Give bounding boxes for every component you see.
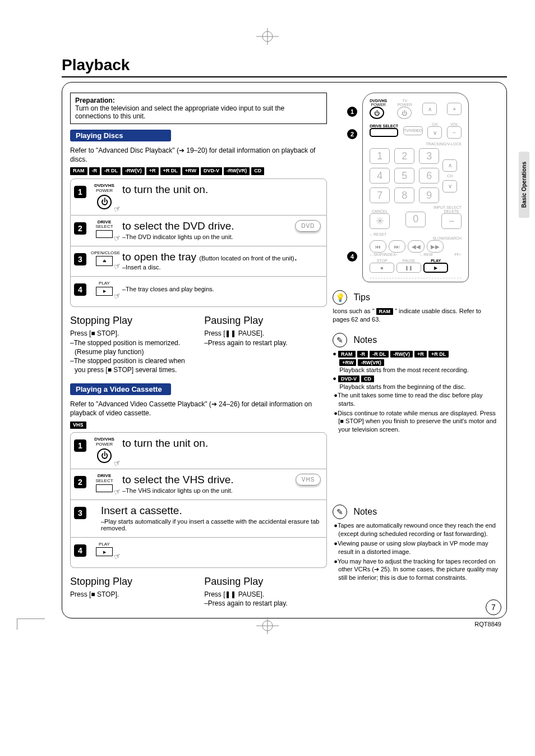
drive-select-icon: DRIVE SELECT ☞ bbox=[91, 474, 118, 492]
preparation-heading: Preparation: bbox=[75, 97, 115, 104]
remote-stop-button: ■ bbox=[370, 263, 394, 273]
step-note-text: –Play starts automatically if you insert… bbox=[101, 518, 321, 532]
remote-play-button: ▶ bbox=[423, 263, 448, 273]
remote-vol-down-button: − bbox=[447, 126, 462, 139]
discs-intro: Refer to "Advanced Disc Playback" (➔ 19–… bbox=[70, 146, 327, 164]
drive-select-button-icon bbox=[96, 230, 113, 238]
page-number: 7 bbox=[486, 599, 501, 615]
play-glyph-icon: ▶ bbox=[96, 287, 113, 296]
chip-vhs: VHS bbox=[70, 421, 86, 429]
remote-rew: ◀◀ bbox=[408, 240, 425, 253]
play-button-icon: PLAY ▶ ☞ bbox=[91, 281, 118, 296]
remote-delete-button: − bbox=[441, 213, 462, 229]
remote-power-button: ⏻ bbox=[370, 107, 384, 119]
remote-ff: ▶▶ bbox=[427, 240, 444, 253]
step-action-text: to turn the unit on. bbox=[122, 437, 321, 450]
step-note-text: –The VHS indicator lights up on the unit… bbox=[122, 487, 291, 494]
power-glyph-icon: ⏻ bbox=[97, 195, 112, 209]
drive-select-button-icon bbox=[96, 484, 113, 492]
remote-skip-fwd: ⏭ bbox=[389, 240, 405, 253]
remote-skip-back: ⏮ bbox=[370, 240, 386, 253]
step-number-icon: 4 bbox=[74, 544, 86, 557]
chip-dvd-v: DVD-V bbox=[201, 167, 222, 175]
eject-button-icon: ⏏ bbox=[96, 256, 113, 266]
disc-step-1: 1 DVD/VHS POWER ⏻ ☞ to turn the unit on. bbox=[70, 178, 327, 216]
dvd-indicator-pill: DVD bbox=[295, 220, 321, 232]
lightbulb-icon: 💡 bbox=[333, 290, 347, 305]
preparation-text: Turn on the television and select the ap… bbox=[75, 104, 322, 120]
remote-num-2: 2 bbox=[394, 148, 414, 164]
finger-press-icon: ☞ bbox=[113, 204, 122, 215]
finger-press-icon: ☞ bbox=[113, 551, 122, 562]
content-frame: Preparation: Turn on the television and … bbox=[62, 82, 507, 618]
play-glyph-icon: ▶ bbox=[96, 547, 113, 556]
step-note-text: –The DVD indicator lights up on the unit… bbox=[122, 233, 290, 240]
chip-+rw: +RW bbox=[182, 167, 199, 175]
vhs-step-4: 4 PLAY ▶ ☞ bbox=[70, 538, 327, 568]
step-number-icon: 1 bbox=[74, 439, 86, 452]
remote-track-down: ∨ bbox=[442, 180, 457, 193]
remote-num-9: 9 bbox=[419, 187, 439, 203]
step-number-icon: 4 bbox=[74, 283, 86, 296]
vhs-pausing-play: Pausing Play Press [❚❚ PAUSE]. –Press ag… bbox=[204, 576, 327, 608]
remote-ch-down-button: ∨ bbox=[427, 126, 442, 139]
crop-mark-icon bbox=[17, 618, 45, 630]
chip-ram-example: RAM bbox=[376, 308, 394, 315]
step-action-text: to open the tray (Button located on fron… bbox=[122, 251, 321, 263]
remote-callout-2: 2 bbox=[347, 129, 357, 139]
drive-select-icon: DRIVE SELECT ☞ bbox=[91, 220, 118, 239]
chip-+r-dl: +R DL bbox=[160, 167, 181, 175]
remote-num-0: 0 bbox=[405, 212, 426, 227]
notes-section-2: ✎ Notes ●Tapes are automatically rewound… bbox=[333, 505, 499, 582]
step-action-text: Insert a cassette. bbox=[101, 505, 321, 517]
finger-press-icon: ☞ bbox=[113, 261, 122, 272]
remote-num-4: 4 bbox=[370, 168, 390, 184]
step-note-text: –Insert a disc. bbox=[122, 264, 321, 271]
remote-tv-video-button: TV/VIDEO bbox=[403, 126, 423, 135]
chip--r: -R bbox=[89, 167, 100, 175]
chip-cd: CD bbox=[251, 167, 264, 175]
side-tab-basic-operations: Basic Operations bbox=[519, 152, 529, 218]
vhs-indicator-pill: VHS bbox=[296, 474, 321, 485]
disc-format-chips: RAM -R -R DL -RW(V) +R +R DL +RW DVD-V -… bbox=[70, 167, 327, 175]
remote-ch-up-button: ∧ bbox=[422, 103, 437, 115]
vhs-step-1: 1 DVD/VHS POWER ⏻ ☞ to turn the unit on. bbox=[70, 432, 327, 469]
remote-vol-up-button: + bbox=[447, 103, 462, 115]
pencil-icon: ✎ bbox=[333, 333, 347, 347]
step-number-icon: 3 bbox=[74, 253, 86, 265]
remote-pause-button: ❚❚ bbox=[396, 263, 421, 273]
page-title: Playback bbox=[62, 56, 507, 77]
remote-tv-power-button: ⏻ bbox=[397, 107, 412, 119]
remote-callout-4: 4 bbox=[347, 251, 357, 262]
finger-press-icon: ☞ bbox=[113, 233, 122, 244]
vhs-step-2: 2 DRIVE SELECT ☞ to select the VHS drive… bbox=[70, 469, 327, 500]
finger-press-icon: ☞ bbox=[113, 291, 122, 301]
open-close-icon: OPEN/CLOSE ⏏ ☞ bbox=[91, 251, 118, 267]
disc-step-4: 4 PLAY ▶ ☞ –The tray closes and play beg… bbox=[70, 277, 327, 307]
registration-mark-bottom bbox=[256, 617, 279, 636]
chip-+r: +R bbox=[146, 167, 159, 175]
finger-press-icon: ☞ bbox=[113, 487, 122, 497]
remote-num-1: 1 bbox=[370, 148, 390, 164]
finger-press-icon: ☞ bbox=[113, 458, 122, 469]
section-playing-discs: Playing Discs bbox=[70, 130, 171, 141]
chip--rw-vr: -RW(VR) bbox=[224, 167, 250, 175]
vhs-stopping-play: Stopping Play Press [■ STOP]. bbox=[70, 576, 193, 608]
vhs-intro: Refer to "Advanced Video Cassette Playba… bbox=[70, 400, 327, 418]
footer-code: RQT8849 bbox=[474, 621, 501, 627]
play-button-icon: PLAY ▶ ☞ bbox=[91, 542, 118, 557]
pencil-icon: ✎ bbox=[333, 505, 347, 519]
remote-cancel-button: ✳ bbox=[370, 213, 390, 229]
notes-section-1: ✎ Notes ● RAM -R -R DL -RW(V) +R +R DL +… bbox=[333, 333, 499, 434]
step-action-text: to select the DVD drive. bbox=[122, 220, 290, 232]
remote-num-8: 8 bbox=[394, 187, 414, 203]
step-number-icon: 3 bbox=[74, 507, 86, 519]
section-playing-cassette: Playing a Video Cassette bbox=[70, 383, 171, 395]
power-button-icon: DVD/VHS POWER ⏻ ☞ bbox=[91, 437, 118, 463]
power-button-icon: DVD/VHS POWER ⏻ ☞ bbox=[91, 184, 118, 209]
step-number-icon: 1 bbox=[74, 186, 86, 198]
chip--r-dl: -R DL bbox=[102, 167, 121, 175]
chip-ram: RAM bbox=[70, 167, 87, 175]
disc-step-3: 3 OPEN/CLOSE ⏏ ☞ to open the tray (Butto… bbox=[70, 246, 327, 277]
discs-pausing-play: Pausing Play Press [❚❚ PAUSE]. –Press ag… bbox=[204, 315, 327, 374]
